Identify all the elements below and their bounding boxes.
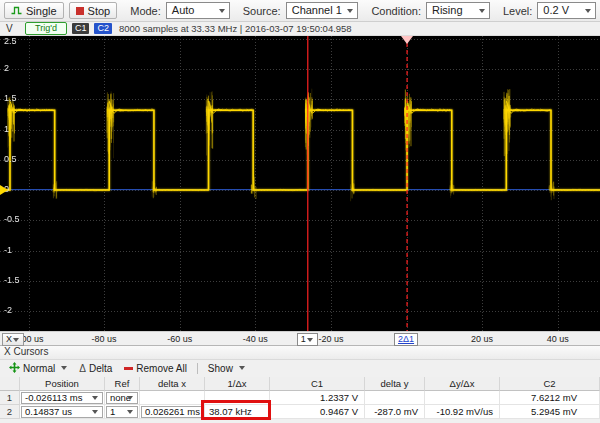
scope-display[interactable]: 2.521.510.50-0.5-1-1.5-2 xyxy=(0,36,600,331)
remove-minus-icon xyxy=(124,367,133,370)
level-select[interactable]: 0.2 V xyxy=(537,2,596,19)
single-label: Single xyxy=(26,5,57,17)
x-axis-button[interactable]: X xyxy=(2,333,24,346)
cursor1-dy-dx xyxy=(425,391,500,405)
cursor2-c1-value: 0.9467 V xyxy=(270,405,365,419)
trigger-status-badge: Trig'd xyxy=(25,22,67,35)
cursor2-number: 2 xyxy=(0,405,20,419)
cursor1-number: 1 xyxy=(0,391,20,405)
condition-value: Rising xyxy=(432,4,463,16)
y-tick-label: 2.5 xyxy=(4,36,17,46)
cursor-table: Position Ref delta x 1/Δx C1 delta y Δy/… xyxy=(0,377,600,419)
y-tick-label: -2 xyxy=(4,305,12,315)
y-tick-label: -1.5 xyxy=(4,275,20,285)
acquisition-info: 8000 samples at 33.33 MHz | 2016-03-07 1… xyxy=(119,23,352,34)
cursor2-ref-value: 1 xyxy=(110,406,115,417)
x-axis-strip: X -100 us-80 us-60 us-40 us-20 us0 us20 … xyxy=(0,331,600,345)
y-axis-unit-label[interactable]: V xyxy=(6,23,20,34)
x-tick-label: -80 us xyxy=(92,334,117,344)
single-pulse-icon xyxy=(11,5,22,17)
cursor1-inv-dx xyxy=(205,391,270,405)
normal-button[interactable]: Normal xyxy=(4,361,72,375)
normal-label: Normal xyxy=(23,363,55,374)
cursor1-position-value: -0.026113 ms xyxy=(25,392,82,403)
source-value: Channel 1 xyxy=(292,4,342,16)
x-tick-label: 40 us xyxy=(547,334,569,344)
cursor2-flag-label: 2Δ1 xyxy=(398,334,414,344)
remove-all-button[interactable]: Remove All xyxy=(119,361,192,375)
header-delta-y: delta y xyxy=(365,377,425,391)
cursor2-delta-x-input[interactable]: 0.026261 ms xyxy=(141,406,203,418)
cursor2-flag[interactable]: 2Δ1 xyxy=(394,333,418,346)
header-delta-x: delta x xyxy=(140,377,205,391)
x-cursors-toolbar: Normal Δ Delta Remove All Show xyxy=(0,360,600,376)
source-label: Source: xyxy=(243,5,281,17)
status-row: V Trig'd C1 C2 8000 samples at 33.33 MHz… xyxy=(0,22,600,36)
cursor-table-header: Position Ref delta x 1/Δx C1 delta y Δy/… xyxy=(0,377,600,391)
y-tick-label: 0.5 xyxy=(4,154,17,164)
y-tick-label: -0.5 xyxy=(4,214,20,224)
trigger-toolbar: Single Stop Mode: Auto Source: Channel 1… xyxy=(0,0,600,22)
cursor1-ref-value: none xyxy=(110,392,131,403)
mode-label: Mode: xyxy=(130,5,161,17)
y-tick-label: 2 xyxy=(4,63,9,73)
cursor1-c1-value: 1.2337 V xyxy=(270,391,365,405)
show-button[interactable]: Show xyxy=(203,361,250,375)
header-c1: C1 xyxy=(270,377,365,391)
cursor1-flag-label: 1 xyxy=(301,334,306,344)
cursor1-position-select[interactable]: -0.026113 ms xyxy=(21,392,103,404)
delta-button[interactable]: Δ Delta xyxy=(74,361,117,375)
cursor1-ref-select[interactable]: none xyxy=(106,392,138,404)
mode-select[interactable]: Auto xyxy=(166,2,230,19)
x-tick-label: 20 us xyxy=(471,334,493,344)
stop-button[interactable]: Stop xyxy=(69,2,118,19)
cursor2-ref-select[interactable]: 1 xyxy=(106,406,138,418)
show-label: Show xyxy=(208,363,233,374)
cursor-row-2: 2 0.14837 us 1 0.026261 ms 38.07 kHz xyxy=(0,405,600,419)
delta-icon: Δ xyxy=(79,363,86,374)
x-tick-label: -20 us xyxy=(318,334,343,344)
single-button[interactable]: Single xyxy=(4,2,64,19)
cursor-row-1: 1 -0.026113 ms none 1.2337 V 7.6212 mV xyxy=(0,391,600,405)
stop-icon xyxy=(76,7,84,15)
channel1-badge[interactable]: C1 xyxy=(72,23,90,34)
channel1-ground-marker-icon[interactable] xyxy=(0,185,8,195)
x-cursors-panel-title: X Cursors xyxy=(0,346,600,360)
x-axis-button-label: X xyxy=(6,334,12,344)
mode-value: Auto xyxy=(172,4,195,16)
header-c2: C2 xyxy=(500,377,600,391)
level-value: 0.2 V xyxy=(543,4,569,16)
cursor1-c2-value: 7.6212 mV xyxy=(500,391,600,405)
chevron-down-icon xyxy=(61,366,67,370)
condition-select[interactable]: Rising xyxy=(426,2,490,19)
header-ref: Ref xyxy=(105,377,140,391)
level-label: Level: xyxy=(503,5,532,17)
cursor1-flag[interactable]: 1 xyxy=(297,333,318,346)
cursor1-delta-y xyxy=(365,391,425,405)
cursor2-delta-y: -287.0 mV xyxy=(365,405,425,419)
chevron-down-icon xyxy=(239,366,245,370)
cursor2-inv-dx: 38.07 kHz xyxy=(205,405,270,419)
y-tick-label: 1 xyxy=(4,124,9,134)
cursor1-delta-x xyxy=(140,391,205,405)
channel2-badge[interactable]: C2 xyxy=(94,23,112,34)
trigger-position-marker-icon[interactable] xyxy=(401,36,413,44)
condition-label: Condition: xyxy=(371,5,421,17)
cursor2-c2-value: 5.2945 mV xyxy=(500,405,600,419)
x-cursors-panel: X Cursors Normal Δ Delta Remove All Show xyxy=(0,345,600,423)
stop-label: Stop xyxy=(88,5,111,17)
source-select[interactable]: Channel 1 xyxy=(286,2,359,19)
waveform-canvas[interactable] xyxy=(0,36,600,331)
x-tick-label: -40 us xyxy=(243,334,268,344)
toolbar-separator xyxy=(197,363,198,374)
header-blank xyxy=(0,377,20,391)
header-position: Position xyxy=(20,377,105,391)
cursor2-position-value: 0.14837 us xyxy=(25,406,72,417)
cursor2-delta-x-value: 0.026261 ms xyxy=(145,406,200,417)
x-tick-label: -60 us xyxy=(167,334,192,344)
cursor2-position-select[interactable]: 0.14837 us xyxy=(21,406,103,418)
header-dy-dx: Δy/Δx xyxy=(425,377,500,391)
header-inv-dx: 1/Δx xyxy=(205,377,270,391)
y-tick-label: -1 xyxy=(4,245,12,255)
remove-all-label: Remove All xyxy=(136,363,187,374)
